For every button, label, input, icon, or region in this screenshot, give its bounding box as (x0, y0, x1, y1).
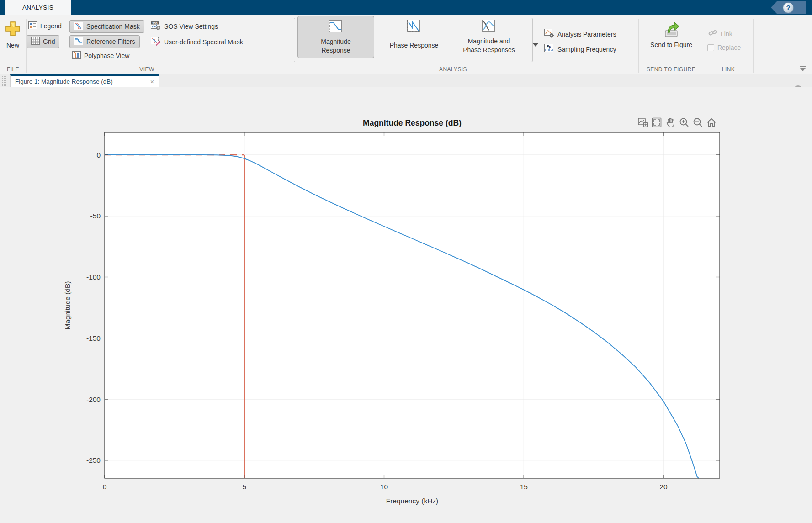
send-to-figure-button[interactable]: Send to Figure (642, 21, 701, 48)
svg-text:SOS: SOS (152, 22, 158, 25)
help-area: ? (771, 1, 806, 14)
svg-text:-100: -100 (86, 273, 101, 281)
phase-response-icon (407, 19, 421, 35)
send-to-figure-icon (662, 32, 680, 40)
figure-tab-label: Figure 1: Magnitude Response (dB) (15, 78, 113, 85)
magnitude-and-phase-responses-label: Magnitude and Phase Responses (463, 37, 515, 54)
reference-filters-label: Reference Filters (86, 38, 135, 45)
drag-grip[interactable] (1, 76, 6, 86)
magnitude-response-label: Magnitude Response (321, 37, 350, 55)
phase-response-label: Phase Response (390, 41, 439, 50)
analysis-parameters-button[interactable]: Analysis Parameters (544, 29, 616, 39)
home-icon[interactable] (706, 116, 717, 128)
user-defined-spectral-mask-icon (151, 37, 161, 47)
user-defined-spectral-mask-button[interactable]: User-defined Spectral Mask (151, 37, 243, 47)
separator (753, 19, 754, 73)
sampling-frequency-icon: Fs (544, 44, 554, 54)
separator (268, 19, 268, 73)
sampling-frequency-label: Sampling Frequency (557, 46, 616, 53)
replace-label: Replace (717, 44, 741, 51)
title-bar: ANALYSIS ? (0, 0, 812, 15)
analysis-parameters-icon (544, 29, 554, 39)
svg-text:-150: -150 (86, 334, 101, 342)
ribbon: New FILE Legend Grid (0, 15, 812, 74)
svg-text:15: 15 (520, 483, 528, 491)
plot-title: Magnitude Response (dB) (363, 118, 462, 127)
fit-to-view-icon[interactable] (651, 116, 663, 128)
plot-area[interactable] (105, 132, 720, 478)
reference-filters-button[interactable]: Reference Filters (69, 35, 140, 48)
collapse-ribbon-button[interactable] (800, 66, 807, 72)
grid-icon (31, 37, 40, 46)
separator (704, 19, 704, 73)
svg-text:-50: -50 (90, 212, 101, 220)
help-icon[interactable]: ? (783, 2, 794, 13)
document-tab-strip: Figure 1: Magnitude Response (dB) × (0, 74, 812, 87)
svg-text:10: 10 (380, 483, 388, 491)
specification-mask-icon (74, 22, 83, 32)
svg-text:Fs: Fs (547, 44, 551, 48)
section-label-analysis: ANALYSIS (268, 66, 638, 73)
legend-button[interactable]: Legend (28, 21, 62, 31)
svg-text:5: 5 (242, 483, 246, 491)
magnitude-response-plot[interactable]: 051015200-50-100-150-200-250Magnitude Re… (0, 87, 812, 523)
separator (638, 19, 639, 73)
section-label-view: VIEW (26, 66, 268, 73)
magnitude-and-phase-responses-icon (482, 19, 496, 35)
polyphase-view-label: Polyphase View (84, 52, 129, 59)
new-button[interactable]: New (3, 21, 23, 56)
x-axis-label: Frequency (kHz) (386, 497, 439, 505)
link-label: Link (721, 30, 732, 37)
specification-mask-label: Specification Mask (86, 23, 140, 30)
magnitude-and-phase-responses-button[interactable]: Magnitude and Phase Responses (452, 16, 525, 58)
svg-text:-250: -250 (86, 456, 101, 464)
link-button[interactable]: Link (708, 29, 732, 38)
section-label-link: LINK (704, 66, 753, 73)
zoom-out-icon[interactable] (692, 116, 704, 128)
y-axis-label: Magnitude (dB) (64, 281, 71, 330)
sos-view-settings-icon: SOS (151, 21, 161, 32)
tab-analysis[interactable]: ANALYSIS (5, 0, 71, 15)
analysis-parameters-label: Analysis Parameters (557, 31, 616, 38)
pan-icon[interactable] (664, 116, 676, 128)
polyphase-view-button[interactable]: Polyphase View (72, 51, 129, 60)
sos-view-settings-label: SOS View Settings (164, 23, 218, 30)
figure-canvas: 051015200-50-100-150-200-250Magnitude Re… (0, 87, 812, 523)
grid-button[interactable]: Grid (27, 35, 59, 48)
section-label-file: FILE (0, 66, 26, 73)
specification-mask-button[interactable]: Specification Mask (69, 20, 144, 33)
figure-tab[interactable]: Figure 1: Magnitude Response (dB) × (10, 74, 159, 87)
magnitude-response-icon (329, 20, 343, 36)
legend-label: Legend (40, 22, 62, 30)
phase-response-button[interactable]: Phase Response (378, 16, 450, 58)
analysis-gallery-dropdown[interactable] (533, 43, 538, 47)
user-defined-spectral-mask-label: User-defined Spectral Mask (164, 38, 243, 46)
legend-icon (28, 21, 37, 31)
new-plus-icon (5, 21, 21, 39)
svg-text:20: 20 (659, 483, 668, 491)
replace-checkbox-box (707, 44, 714, 51)
grid-label: Grid (43, 38, 55, 45)
reference-filters-icon (74, 37, 83, 47)
send-to-figure-label: Send to Figure (642, 41, 701, 48)
export-icon[interactable] (637, 116, 649, 128)
section-label-send-to-figure: SEND TO FIGURE (638, 66, 704, 73)
close-icon[interactable]: × (150, 79, 154, 85)
replace-checkbox[interactable]: Replace (707, 44, 741, 51)
new-button-label: New (6, 42, 19, 49)
polyphase-view-icon (72, 51, 81, 60)
svg-text:-200: -200 (86, 396, 101, 403)
svg-text:0: 0 (103, 483, 107, 491)
zoom-in-icon[interactable] (678, 116, 690, 128)
sampling-frequency-button[interactable]: Fs Sampling Frequency (544, 44, 616, 54)
sos-view-settings-button[interactable]: SOS SOS View Settings (151, 21, 218, 32)
svg-text:0: 0 (96, 151, 101, 159)
link-icon (708, 29, 717, 38)
axes-toolbar (637, 116, 717, 128)
magnitude-response-button[interactable]: Magnitude Response (297, 16, 374, 58)
